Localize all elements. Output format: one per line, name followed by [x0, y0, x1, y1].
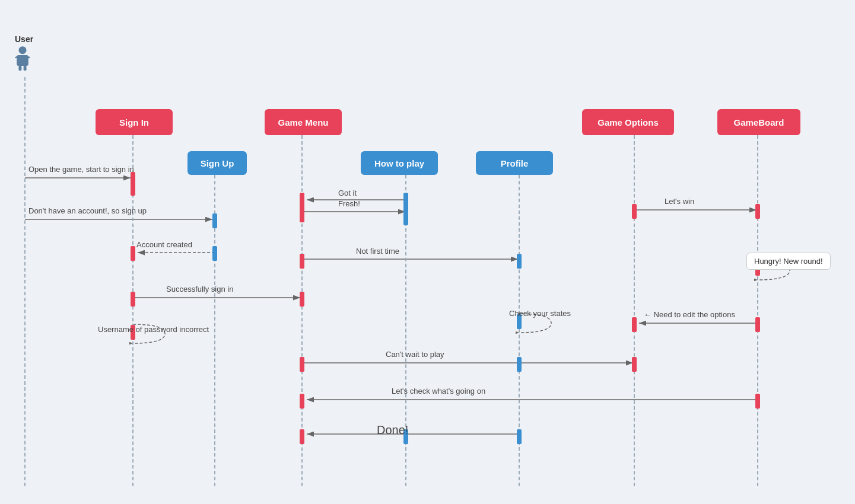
msg-sign-in: Successfully sign in [166, 285, 233, 294]
svg-rect-5 [24, 66, 27, 71]
arrow-lets-check [302, 395, 762, 404]
act-signin-2 [131, 246, 135, 261]
act-gameboard-1 [755, 204, 760, 219]
lifeline-gameoptions: Game Options [582, 109, 674, 135]
msg-edit-options: ← Need to edit the options [644, 310, 735, 319]
arrow-sign-in [133, 293, 306, 302]
lifeline-gameboard-line [757, 135, 758, 486]
arrow-not-first [302, 254, 524, 264]
act-gameoptions-3 [632, 357, 637, 372]
arrow-open-game [25, 173, 136, 183]
msg-got-it: Got it [338, 189, 357, 197]
act-profile-1 [517, 254, 522, 269]
act-gameboard-4 [755, 394, 760, 409]
lifeline-gameoptions-line [634, 135, 635, 486]
lifeline-gamemenu: Game Menu [265, 109, 342, 135]
msg-fresh: Fresh! [338, 199, 360, 208]
msg-open-game: Open the game, start to sign in [28, 165, 134, 174]
msg-lets-win: Let's win [665, 197, 694, 206]
act-gameoptions-2 [632, 317, 637, 332]
arrow-signup [25, 215, 218, 224]
actor-user-icon [12, 44, 33, 71]
act-gamemenu-2 [300, 254, 304, 269]
lifeline-signin: Sign In [96, 109, 173, 135]
actor-user-label: User [15, 34, 33, 44]
msg-signup: Don't have an account!, so sign up [28, 206, 147, 215]
act-gamemenu-5 [300, 394, 304, 409]
arrow-account-created [133, 248, 218, 257]
lifeline-gameboard: GameBoard [717, 109, 800, 135]
msg-cant-wait: Can't wait to play [386, 350, 444, 359]
lifeline-profile: Profile [476, 151, 553, 175]
arrow-lets-win [634, 205, 762, 215]
act-gamemenu-3 [300, 292, 304, 307]
lifeline-howtoplay: How to play [361, 151, 438, 175]
act-signup-1 [212, 213, 217, 228]
act-signin-1 [131, 172, 135, 196]
act-gamemenu-1 [300, 193, 304, 222]
lifeline-signup: Sign Up [187, 151, 247, 175]
msg-not-first: Not first time [356, 247, 399, 256]
msg-done: Done! [377, 423, 408, 437]
lifeline-user [24, 77, 26, 486]
msg-check-states: Check your states [509, 309, 571, 318]
act-gamemenu-6 [300, 429, 304, 444]
act-gamemenu-4 [300, 357, 304, 372]
callout-hungry: Hungry! New round! [746, 253, 831, 270]
act-signin-3 [131, 292, 135, 307]
act-gameboard-3 [755, 317, 760, 332]
sequence-diagram: User Sign In Sign Up Game Menu How to pl… [0, 0, 855, 504]
act-profile-4 [517, 429, 522, 444]
act-profile-3 [517, 357, 522, 372]
arrow-edit-options [634, 318, 762, 328]
svg-point-0 [18, 46, 26, 54]
svg-rect-4 [18, 66, 21, 71]
msg-lets-check: Let's check what's going on [392, 387, 485, 395]
arrow-cant-wait [302, 358, 639, 368]
act-howtoplay-1 [403, 193, 408, 225]
act-signup-2 [212, 246, 217, 261]
arrow-fresh [302, 207, 410, 216]
arrow-done [302, 429, 524, 439]
msg-incorrect: Username of password incorrect [98, 325, 209, 334]
act-gameoptions-1 [632, 204, 637, 219]
msg-account-created: Account created [136, 240, 192, 249]
